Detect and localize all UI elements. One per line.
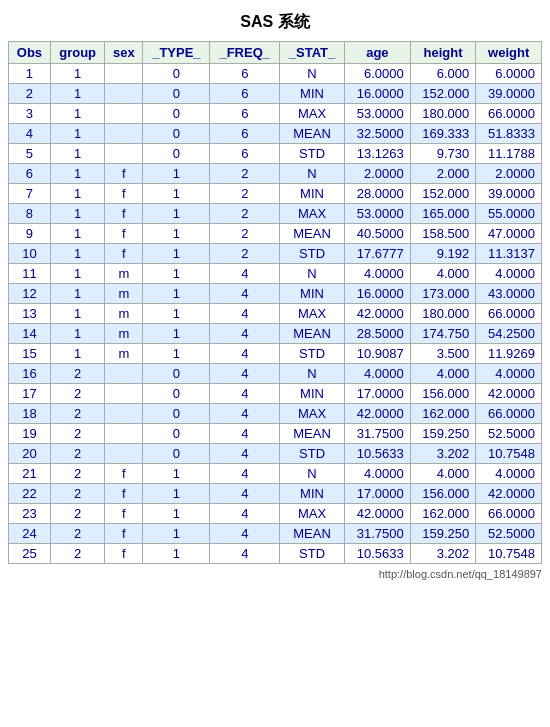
col-header-_TYPE_: _TYPE_ — [143, 42, 210, 64]
table-row: 111m14N4.00004.0004.0000 — [9, 264, 542, 284]
cell-r12-c7: 180.000 — [410, 304, 476, 324]
cell-r18-c8: 52.5000 — [476, 424, 542, 444]
cell-r5-c2: f — [105, 164, 143, 184]
cell-r14-c3: 1 — [143, 344, 210, 364]
cell-r16-c8: 42.0000 — [476, 384, 542, 404]
cell-r6-c5: MIN — [280, 184, 345, 204]
cell-r13-c2: m — [105, 324, 143, 344]
cell-r12-c4: 4 — [210, 304, 280, 324]
cell-r14-c5: STD — [280, 344, 345, 364]
cell-r7-c4: 2 — [210, 204, 280, 224]
cell-r16-c6: 17.0000 — [345, 384, 411, 404]
table-row: 151m14STD10.90873.50011.9269 — [9, 344, 542, 364]
cell-r18-c2 — [105, 424, 143, 444]
cell-r2-c8: 66.0000 — [476, 104, 542, 124]
cell-r17-c5: MAX — [280, 404, 345, 424]
cell-r3-c8: 51.8333 — [476, 124, 542, 144]
cell-r8-c7: 158.500 — [410, 224, 476, 244]
cell-r2-c2 — [105, 104, 143, 124]
cell-r15-c3: 0 — [143, 364, 210, 384]
cell-r21-c2: f — [105, 484, 143, 504]
cell-r0-c2 — [105, 64, 143, 84]
cell-r13-c7: 174.750 — [410, 324, 476, 344]
cell-r12-c2: m — [105, 304, 143, 324]
cell-r15-c8: 4.0000 — [476, 364, 542, 384]
cell-r2-c5: MAX — [280, 104, 345, 124]
cell-r2-c1: 1 — [50, 104, 104, 124]
cell-r0-c4: 6 — [210, 64, 280, 84]
cell-r15-c0: 16 — [9, 364, 51, 384]
cell-r18-c5: MEAN — [280, 424, 345, 444]
table-row: 18204MAX42.0000162.00066.0000 — [9, 404, 542, 424]
cell-r5-c3: 1 — [143, 164, 210, 184]
cell-r8-c5: MEAN — [280, 224, 345, 244]
col-header-_FREQ_: _FREQ_ — [210, 42, 280, 64]
cell-r3-c1: 1 — [50, 124, 104, 144]
cell-r10-c1: 1 — [50, 264, 104, 284]
col-header-_STAT_: _STAT_ — [280, 42, 345, 64]
cell-r1-c7: 152.000 — [410, 84, 476, 104]
cell-r24-c5: STD — [280, 544, 345, 564]
cell-r11-c0: 12 — [9, 284, 51, 304]
table-row: 212f14N4.00004.0004.0000 — [9, 464, 542, 484]
cell-r9-c0: 10 — [9, 244, 51, 264]
cell-r18-c6: 31.7500 — [345, 424, 411, 444]
table-row: 232f14MAX42.0000162.00066.0000 — [9, 504, 542, 524]
cell-r12-c5: MAX — [280, 304, 345, 324]
cell-r13-c4: 4 — [210, 324, 280, 344]
cell-r21-c3: 1 — [143, 484, 210, 504]
cell-r19-c4: 4 — [210, 444, 280, 464]
cell-r1-c2 — [105, 84, 143, 104]
table-row: 19204MEAN31.7500159.25052.5000 — [9, 424, 542, 444]
cell-r13-c8: 54.2500 — [476, 324, 542, 344]
cell-r20-c7: 4.000 — [410, 464, 476, 484]
cell-r20-c0: 21 — [9, 464, 51, 484]
table-row: 20204STD10.56333.20210.7548 — [9, 444, 542, 464]
cell-r10-c4: 4 — [210, 264, 280, 284]
cell-r8-c2: f — [105, 224, 143, 244]
cell-r22-c0: 23 — [9, 504, 51, 524]
cell-r23-c2: f — [105, 524, 143, 544]
cell-r12-c8: 66.0000 — [476, 304, 542, 324]
cell-r6-c8: 39.0000 — [476, 184, 542, 204]
cell-r20-c8: 4.0000 — [476, 464, 542, 484]
cell-r8-c0: 9 — [9, 224, 51, 244]
table-row: 222f14MIN17.0000156.00042.0000 — [9, 484, 542, 504]
cell-r3-c4: 6 — [210, 124, 280, 144]
cell-r3-c7: 169.333 — [410, 124, 476, 144]
cell-r13-c1: 1 — [50, 324, 104, 344]
cell-r8-c4: 2 — [210, 224, 280, 244]
cell-r2-c4: 6 — [210, 104, 280, 124]
table-row: 16204N4.00004.0004.0000 — [9, 364, 542, 384]
cell-r4-c2 — [105, 144, 143, 164]
cell-r7-c8: 55.0000 — [476, 204, 542, 224]
cell-r11-c6: 16.0000 — [345, 284, 411, 304]
cell-r9-c7: 9.192 — [410, 244, 476, 264]
table-row: 131m14MAX42.0000180.00066.0000 — [9, 304, 542, 324]
cell-r7-c5: MAX — [280, 204, 345, 224]
cell-r24-c2: f — [105, 544, 143, 564]
cell-r24-c4: 4 — [210, 544, 280, 564]
table-row: 242f14MEAN31.7500159.25052.5000 — [9, 524, 542, 544]
table-header: Obsgroupsex_TYPE__FREQ__STAT_ageheightwe… — [9, 42, 542, 64]
table-row: 121m14MIN16.0000173.00043.0000 — [9, 284, 542, 304]
cell-r16-c1: 2 — [50, 384, 104, 404]
cell-r7-c0: 8 — [9, 204, 51, 224]
cell-r8-c3: 1 — [143, 224, 210, 244]
cell-r21-c1: 2 — [50, 484, 104, 504]
cell-r10-c7: 4.000 — [410, 264, 476, 284]
cell-r15-c2 — [105, 364, 143, 384]
col-header-group: group — [50, 42, 104, 64]
cell-r2-c6: 53.0000 — [345, 104, 411, 124]
table-row: 101f12STD17.67779.19211.3137 — [9, 244, 542, 264]
cell-r24-c1: 2 — [50, 544, 104, 564]
cell-r6-c4: 2 — [210, 184, 280, 204]
cell-r7-c3: 1 — [143, 204, 210, 224]
cell-r22-c3: 1 — [143, 504, 210, 524]
cell-r16-c0: 17 — [9, 384, 51, 404]
cell-r15-c7: 4.000 — [410, 364, 476, 384]
cell-r10-c0: 11 — [9, 264, 51, 284]
cell-r11-c3: 1 — [143, 284, 210, 304]
cell-r21-c5: MIN — [280, 484, 345, 504]
cell-r23-c4: 4 — [210, 524, 280, 544]
